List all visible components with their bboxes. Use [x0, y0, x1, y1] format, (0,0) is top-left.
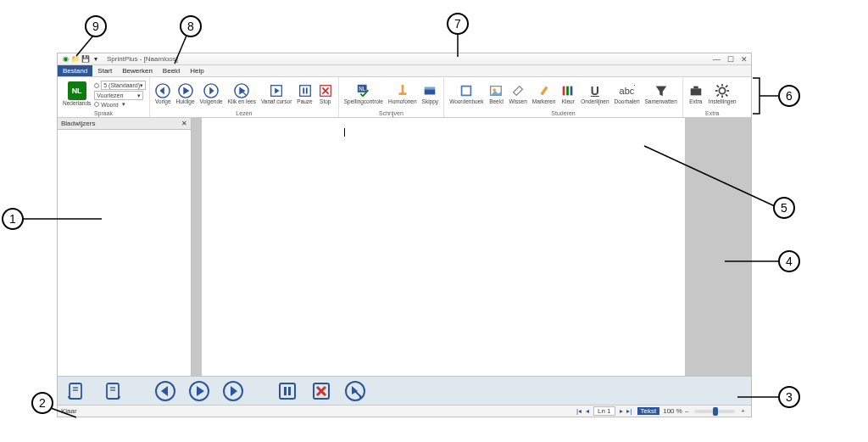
document-viewport — [192, 118, 751, 376]
homophones-button[interactable]: Homofonen — [387, 82, 419, 106]
click-read-button[interactable]: Klik en lees — [226, 82, 258, 106]
color-button[interactable]: Kleur — [559, 82, 577, 106]
play-next-button[interactable] — [222, 380, 244, 402]
save-icon[interactable]: 💾 — [81, 55, 90, 64]
btn-label: Volgende — [200, 99, 223, 105]
zoom-out-button[interactable]: – — [685, 407, 688, 415]
chevron-down-icon: ▾ — [137, 92, 141, 99]
read-prev-button[interactable]: Vorige — [153, 82, 172, 106]
svg-rect-12 — [425, 87, 436, 90]
homophones-icon — [395, 83, 410, 98]
mode-value: Voorlezen — [97, 92, 123, 98]
callout-3: 3 — [778, 386, 800, 408]
minimize-button[interactable]: — — [713, 55, 721, 64]
language-button[interactable]: NL Nederlands — [61, 81, 92, 108]
click-play-button[interactable] — [344, 380, 366, 402]
dictionary-button[interactable]: Woordenboek — [448, 82, 485, 106]
btn-label: Woordenboek — [449, 99, 483, 105]
lang-badge-icon: NL — [68, 81, 86, 100]
svg-rect-18 — [566, 87, 569, 96]
ribbon-group-write: NLSpellingcontrole Homofonen Skippy Schr… — [339, 77, 444, 117]
play-stop-button[interactable] — [310, 380, 332, 402]
stop-icon — [318, 83, 333, 98]
svg-rect-34 — [107, 383, 119, 399]
read-current-button[interactable]: Huidige — [175, 82, 197, 106]
play-icon — [178, 83, 193, 98]
next-page-button[interactable]: ▸ — [617, 407, 626, 415]
radio-icon[interactable] — [94, 102, 99, 107]
ribbon-group-speech: NL Nederlands 5 (Standaard)▾ Voorlezen▾ … — [58, 77, 150, 117]
erase-button[interactable]: Wissen — [507, 82, 528, 106]
btn-label: Instellingen — [709, 99, 737, 105]
svg-line-27 — [717, 86, 719, 87]
open-icon[interactable]: 📁 — [71, 55, 80, 64]
svg-rect-17 — [563, 87, 565, 96]
picture-button[interactable]: Beeld — [487, 82, 505, 106]
close-button[interactable]: ✕ — [741, 55, 748, 64]
mark-button[interactable]: Markeren — [531, 82, 557, 106]
from-cursor-button[interactable]: Vanaf cursor — [259, 82, 293, 106]
svg-rect-19 — [570, 87, 573, 96]
radio-icon[interactable] — [94, 83, 99, 88]
play-pause-button[interactable] — [276, 380, 298, 402]
pause-icon — [298, 83, 313, 98]
stop-button[interactable]: Stop — [316, 82, 335, 106]
app-icon: ◉ — [61, 55, 70, 64]
prev-page-button[interactable]: ◂ — [583, 407, 592, 415]
menu-file[interactable]: Bestand — [58, 65, 92, 76]
svg-rect-41 — [284, 387, 287, 395]
btn-label: Doorhalen — [615, 99, 640, 105]
page-prev-button[interactable] — [66, 380, 88, 402]
btn-label: Vanaf cursor — [261, 99, 292, 105]
page-next-button[interactable] — [100, 380, 122, 402]
callout-9: 9 — [85, 15, 107, 37]
speed-select[interactable]: 5 (Standaard)▾ — [101, 81, 146, 90]
btn-label: Huidige — [176, 99, 195, 105]
strike-icon: abc — [620, 83, 635, 98]
menu-edit[interactable]: Bewerken — [117, 65, 158, 76]
strike-button[interactable]: abcDoorhalen — [613, 82, 642, 106]
menu-bar: Bestand Start Bewerken Beeld Help — [58, 65, 751, 77]
menu-help[interactable]: Help — [185, 65, 209, 76]
svg-rect-21 — [693, 87, 698, 89]
zoom-slider[interactable] — [694, 410, 735, 413]
first-page-button[interactable]: |◂ — [575, 407, 583, 415]
summarize-button[interactable]: Samenvatten — [643, 82, 679, 106]
svg-rect-20 — [691, 89, 702, 96]
extra-button[interactable]: Extra — [687, 82, 705, 106]
next-icon — [203, 83, 219, 98]
zoom-thumb[interactable] — [713, 407, 718, 416]
btn-label: Spellingcontrole — [344, 99, 383, 105]
callout-2: 2 — [31, 392, 53, 414]
mode-select[interactable]: Voorlezen▾ — [94, 91, 143, 100]
last-page-button[interactable]: ▸| — [626, 407, 634, 415]
spellcheck-button[interactable]: NLSpellingcontrole — [342, 82, 385, 106]
play-prev-button[interactable] — [154, 380, 176, 402]
picture-icon — [488, 83, 504, 98]
pause-button[interactable]: Pauze — [295, 82, 314, 106]
menu-start[interactable]: Start — [92, 65, 117, 76]
bookmarks-list[interactable] — [58, 130, 191, 376]
close-icon[interactable]: ✕ — [181, 120, 187, 127]
settings-button[interactable]: Instellingen — [707, 82, 738, 106]
group-title-study: Studeren — [448, 109, 679, 117]
underline-button[interactable]: UOnderlijnen — [579, 82, 610, 106]
menu-view[interactable]: Beeld — [158, 65, 185, 76]
svg-rect-42 — [288, 387, 291, 395]
qat-dropdown-icon[interactable]: ▾ — [92, 55, 100, 64]
btn-label: Wissen — [509, 99, 526, 105]
line-indicator[interactable]: Ln 1 — [593, 406, 615, 416]
content-area: Bladwijzers ✕ — [58, 118, 751, 376]
view-mode[interactable]: Tekst — [637, 407, 660, 415]
btn-label: Pauze — [297, 99, 312, 105]
read-next-button[interactable]: Volgende — [198, 82, 225, 106]
callout-8: 8 — [180, 15, 202, 37]
skippy-button[interactable]: Skippy — [420, 82, 441, 106]
document-page[interactable] — [202, 118, 685, 376]
maximize-button[interactable]: ☐ — [727, 55, 734, 64]
play-button[interactable] — [188, 380, 210, 402]
ribbon-group-read: Vorige Huidige Volgende Klik en lees Van… — [150, 77, 339, 117]
zoom-in-button[interactable]: + — [741, 407, 745, 415]
marker-icon — [537, 83, 552, 98]
btn-label: Vorige — [155, 99, 170, 105]
